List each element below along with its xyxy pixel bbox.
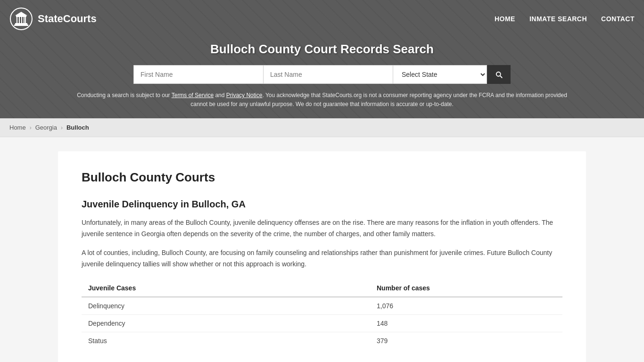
navigation: StateCourts HOME INMATE SEARCH CONTACT bbox=[0, 0, 644, 37]
nav-home[interactable]: HOME bbox=[495, 15, 515, 23]
table-row: Dependency 148 bbox=[82, 314, 562, 332]
svg-marker-9 bbox=[15, 12, 27, 16]
col-number-of-cases: Number of cases bbox=[370, 280, 562, 297]
last-name-input[interactable] bbox=[263, 65, 393, 84]
search-icon bbox=[495, 70, 503, 79]
disclaimer-text: Conducting a search is subject to our Te… bbox=[63, 91, 581, 109]
main-content: Bulloch County Courts Juvenile Delinquen… bbox=[49, 137, 595, 362]
breadcrumb: Home › Georgia › Bulloch bbox=[0, 118, 644, 137]
search-bar: Select State Alabama Alaska Arizona Geor… bbox=[133, 65, 511, 84]
table-row: Delinquency 1,076 bbox=[82, 297, 562, 315]
case-type: Status bbox=[82, 332, 370, 349]
case-count: 1,076 bbox=[370, 297, 562, 315]
search-title: Bulloch County Court Records Search bbox=[9, 42, 635, 57]
svg-rect-8 bbox=[25, 16, 26, 23]
paragraph-1: Unfortunately, in many areas of the Bull… bbox=[82, 217, 562, 240]
case-count: 148 bbox=[370, 314, 562, 332]
breadcrumb-sep-1: › bbox=[30, 124, 32, 131]
disclaimer-and: and bbox=[214, 92, 226, 99]
breadcrumb-home[interactable]: Home bbox=[9, 124, 26, 131]
breadcrumb-county: Bulloch bbox=[66, 124, 89, 131]
juvenile-cases-table: Juvenile Cases Number of cases Delinquen… bbox=[82, 280, 562, 349]
breadcrumb-sep-2: › bbox=[61, 124, 63, 131]
privacy-link[interactable]: Privacy Notice bbox=[226, 92, 263, 99]
nav-inmate-search[interactable]: INMATE SEARCH bbox=[529, 15, 587, 23]
logo-text: StateCourts bbox=[38, 13, 97, 25]
svg-rect-6 bbox=[21, 16, 22, 23]
svg-rect-4 bbox=[17, 16, 17, 23]
site-header: StateCourts HOME INMATE SEARCH CONTACT B… bbox=[0, 0, 644, 118]
svg-rect-1 bbox=[15, 23, 27, 25]
nav-contact[interactable]: CONTACT bbox=[601, 15, 635, 23]
search-section: Bulloch County Court Records Search Sele… bbox=[0, 37, 644, 118]
page-title: Bulloch County Courts bbox=[82, 170, 562, 185]
case-type: Delinquency bbox=[82, 297, 370, 315]
state-select[interactable]: Select State Alabama Alaska Arizona Geor… bbox=[393, 65, 487, 84]
section-title: Juvenile Delinquency in Bulloch, GA bbox=[82, 199, 562, 210]
disclaimer-prefix: Conducting a search is subject to our bbox=[77, 92, 172, 99]
svg-rect-2 bbox=[14, 25, 28, 26]
search-button[interactable] bbox=[487, 65, 511, 84]
svg-rect-7 bbox=[24, 16, 25, 23]
terms-link[interactable]: Terms of Service bbox=[172, 92, 214, 99]
table-row: Status 379 bbox=[82, 332, 562, 349]
courthouse-columns-icon bbox=[9, 7, 33, 31]
site-logo[interactable]: StateCourts bbox=[9, 7, 97, 31]
svg-rect-5 bbox=[19, 16, 20, 23]
breadcrumb-state[interactable]: Georgia bbox=[35, 124, 57, 131]
content-card: Bulloch County Courts Juvenile Delinquen… bbox=[58, 151, 586, 362]
first-name-input[interactable] bbox=[133, 65, 263, 84]
col-juvenile-cases: Juvenile Cases bbox=[82, 280, 370, 297]
nav-links: HOME INMATE SEARCH CONTACT bbox=[495, 15, 635, 23]
table-header-row: Juvenile Cases Number of cases bbox=[82, 280, 562, 297]
case-type: Dependency bbox=[82, 314, 370, 332]
paragraph-2: A lot of counties, including, Bulloch Co… bbox=[82, 247, 562, 270]
case-count: 379 bbox=[370, 332, 562, 349]
